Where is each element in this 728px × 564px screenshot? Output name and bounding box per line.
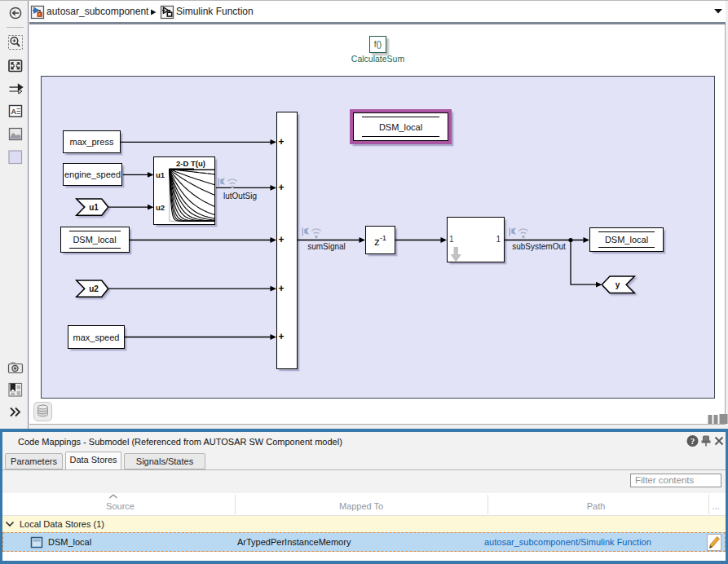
svg-text:?: ? [690, 437, 695, 446]
